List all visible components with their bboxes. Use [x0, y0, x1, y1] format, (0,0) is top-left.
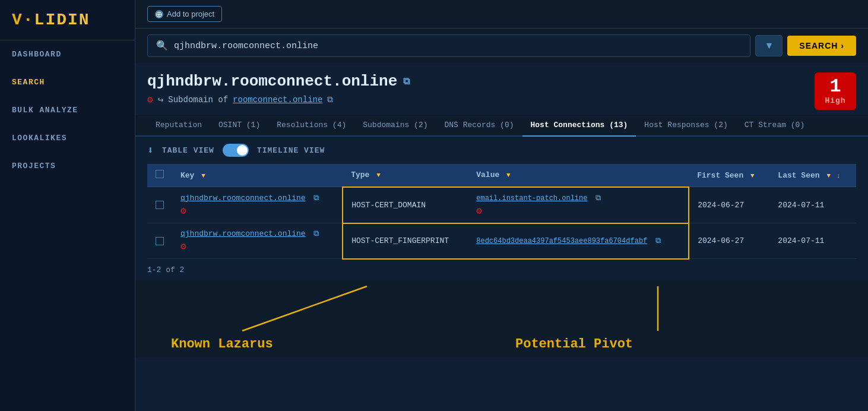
risk-badge: 1 High — [815, 72, 856, 110]
table-header-row: Key ▼ Type ▼ Value ▼ First Seen — [147, 164, 856, 187]
row2-checkbox-cell — [147, 223, 172, 259]
row2-value-copy-icon[interactable]: ⧉ — [655, 236, 661, 245]
tab-resolutions[interactable]: Resolutions (4) — [268, 115, 354, 137]
row1-value-link[interactable]: email.instant-patch.online — [476, 194, 587, 203]
row2-type: HOST-CERT_FINGERPRINT — [351, 236, 449, 245]
table-section: Key ▼ Type ▼ Value ▼ First Seen — [135, 164, 868, 280]
th-last-seen: Last Seen ▼ ↓ — [769, 164, 856, 187]
row1-value-copy-icon[interactable]: ⧉ — [595, 194, 601, 203]
copy-subdomain-icon[interactable]: ⧉ — [327, 95, 333, 105]
row1-first-seen-cell: 2024-06-27 — [689, 187, 769, 223]
copy-domain-icon[interactable]: ⧉ — [403, 76, 410, 87]
row1-last-seen-cell: 2024-07-11 — [769, 187, 856, 223]
annotation-potential-pivot: Potential Pivot — [515, 337, 633, 352]
th-last-seen-sort-icon[interactable]: ↓ — [837, 172, 841, 179]
row2-checkbox[interactable] — [156, 237, 164, 245]
row1-value-threat-icon: ⚙ — [476, 205, 482, 217]
table-row: qjhndbrw.roomconnect.online ⧉ ⚙ HOST-CER… — [147, 187, 856, 223]
tab-dns-records[interactable]: DNS Records (0) — [436, 115, 522, 137]
th-first-seen: First Seen ▼ — [689, 164, 769, 187]
row2-key-cell: qjhndbrw.roomconnect.online ⧉ ⚙ — [172, 223, 343, 259]
row1-type-cell: HOST-CERT_DOMAIN — [343, 187, 468, 223]
row1-checkbox-cell — [147, 187, 172, 223]
sidebar-item-lookalikes[interactable]: LOOKALIKES — [0, 124, 135, 152]
svg-line-0 — [242, 286, 367, 331]
row1-key-copy-icon[interactable]: ⧉ — [313, 194, 319, 203]
subdomain-info: ⚙ ↪ Subdomain of roomconnect.online ⧉ — [147, 94, 410, 106]
search-icon: 🔍 — [156, 40, 168, 52]
annotation-section: Known Lazarus Potential Pivot — [135, 280, 868, 358]
sidebar-item-search[interactable]: SEARCH — [0, 68, 135, 96]
timeline-view-label: TIMELINE VIEW — [257, 146, 325, 155]
row1-value-cell: email.instant-patch.online ⧉ ⚙ — [468, 187, 689, 223]
logo-v: V· — [12, 11, 34, 29]
row2-key-link[interactable]: qjhndbrw.roomconnect.online — [180, 229, 306, 238]
row1-threat-icon: ⚙ — [180, 205, 186, 217]
logo-rest: LIDIN — [34, 11, 90, 29]
th-value-filter-icon[interactable]: ▼ — [506, 172, 511, 179]
th-type-filter-icon[interactable]: ▼ — [376, 172, 381, 179]
tab-host-responses[interactable]: Host Responses (2) — [636, 115, 736, 137]
row2-last-seen: 2024-07-11 — [778, 236, 824, 245]
row1-last-seen: 2024-07-11 — [778, 201, 824, 210]
th-value: Value ▼ — [468, 164, 689, 187]
search-button-label: SEARCH › — [799, 41, 844, 50]
subdomain-parent-link[interactable]: roomconnect.online — [233, 95, 322, 105]
logo-text: V·LIDIN — [12, 11, 123, 29]
add-to-project-label: Add to project — [167, 10, 214, 18]
th-last-seen-label: Last Seen — [778, 171, 819, 180]
th-first-seen-filter-icon[interactable]: ▼ — [750, 172, 755, 179]
risk-score: 1 — [824, 77, 847, 96]
select-all-checkbox[interactable] — [156, 170, 164, 178]
row2-value-cell: 8edc64bd3deaa4397af5453aee893fa6704dfabf… — [468, 223, 689, 259]
row2-last-seen-cell: 2024-07-11 — [769, 223, 856, 259]
th-first-seen-label: First Seen — [697, 171, 743, 180]
count-info: 1-2 of 2 — [135, 260, 868, 280]
row1-type: HOST-CERT_DOMAIN — [351, 201, 426, 210]
sidebar-item-projects[interactable]: PROJECTS — [0, 152, 135, 180]
sidebar-item-bulk-analyze[interactable]: BULK ANALYZE — [0, 96, 135, 124]
row1-first-seen: 2024-06-27 — [698, 201, 744, 210]
tab-ct-stream[interactable]: CT Stream (0) — [736, 115, 813, 137]
risk-level: High — [824, 96, 847, 105]
row1-key-cell: qjhndbrw.roomconnect.online ⧉ ⚙ — [172, 187, 343, 223]
row2-key-copy-icon[interactable]: ⧉ — [313, 229, 319, 238]
row1-checkbox[interactable] — [156, 201, 164, 209]
count-text: 1-2 of 2 — [147, 265, 184, 274]
add-to-project-button[interactable]: ⊕ Add to project — [147, 6, 222, 22]
annotation-known-lazarus: Known Lazarus — [171, 337, 273, 352]
domain-title: qjhndbrw.roomconnect.online ⧉ — [147, 72, 410, 90]
filter-button[interactable]: ▼ — [755, 35, 783, 56]
main-content: ⊕ Add to project 🔍 ▼ SEARCH › qjhndbrw.r… — [135, 0, 868, 411]
search-button[interactable]: SEARCH › — [787, 36, 856, 56]
domain-name: qjhndbrw.roomconnect.online — [147, 72, 397, 90]
th-key: Key ▼ — [172, 164, 343, 187]
row2-first-seen: 2024-06-27 — [698, 236, 744, 245]
sidebar-item-dashboard[interactable]: DASHBOARD — [0, 40, 135, 68]
tab-reputation[interactable]: Reputation — [147, 115, 210, 137]
th-key-filter-icon[interactable]: ▼ — [201, 172, 205, 179]
th-type-label: Type — [351, 170, 369, 179]
threat-icon: ⚙ — [147, 94, 153, 106]
tab-host-connections[interactable]: Host Connections (13) — [522, 115, 636, 137]
download-icon[interactable]: ⬇ — [147, 144, 154, 157]
logo: V·LIDIN — [0, 0, 135, 40]
row1-key-link[interactable]: qjhndbrw.roomconnect.online — [180, 194, 306, 203]
plus-icon: ⊕ — [155, 10, 163, 18]
subdomain-arrow-icon: ↪ — [158, 94, 164, 106]
th-last-seen-filter-icon[interactable]: ▼ — [826, 172, 831, 179]
search-input[interactable] — [174, 41, 742, 51]
row2-value-link[interactable]: 8edc64bd3deaa4397af5453aee893fa6704dfabf — [476, 237, 647, 245]
row2-threat-icon: ⚙ — [180, 241, 186, 252]
search-container: 🔍 — [147, 34, 750, 57]
row2-type-cell: HOST-CERT_FINGERPRINT — [343, 223, 468, 259]
table-controls: ⬇ TABLE VIEW TIMELINE VIEW — [135, 137, 868, 164]
th-value-label: Value — [476, 170, 499, 179]
tab-subdomains[interactable]: Subdomains (2) — [354, 115, 436, 137]
sidebar: V·LIDIN DASHBOARD SEARCH BULK ANALYZE LO… — [0, 0, 135, 411]
tab-osint[interactable]: OSINT (1) — [210, 115, 268, 137]
th-checkbox — [147, 164, 172, 187]
subdomain-prefix: Subdomain of — [168, 95, 228, 105]
table-row: qjhndbrw.roomconnect.online ⧉ ⚙ HOST-CER… — [147, 223, 856, 259]
view-toggle[interactable] — [223, 144, 249, 157]
